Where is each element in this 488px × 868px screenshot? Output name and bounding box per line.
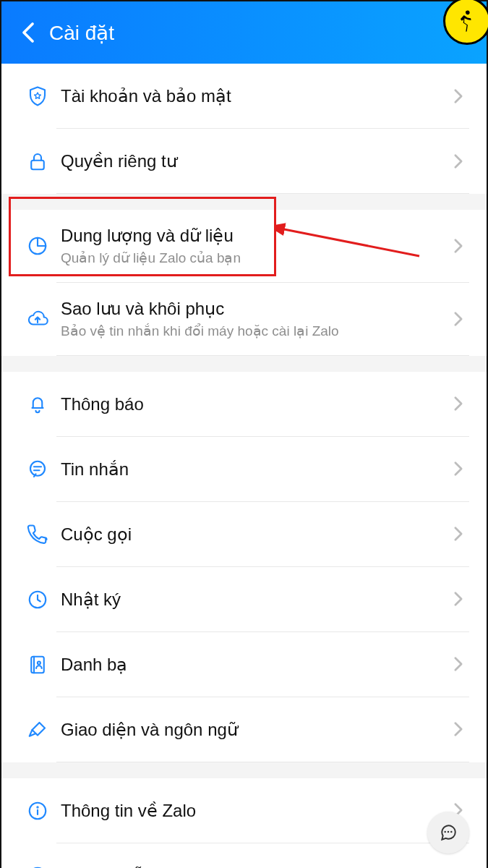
row-body: Tin nhắn [56,437,448,502]
settings-row-messages[interactable]: Tin nhắn [1,437,487,502]
row-label: Tài khoản và bảo mật [61,85,448,107]
row-body: Thông báo [56,372,448,437]
question-icon [19,865,56,868]
chevron-right-icon [448,697,469,762]
settings-row-support[interactable]: Liên hệ hỗ trợ [1,843,487,868]
svg-rect-3 [31,161,44,170]
shield-star-icon [19,85,56,107]
row-body: Sao lưu và khôi phụcBảo vệ tin nhắn khi … [56,283,448,356]
chevron-right-icon [448,210,469,283]
clock-icon [19,589,56,610]
chevron-right-icon [448,502,469,567]
running-man-badge [443,0,488,45]
chevron-right-icon [448,632,469,697]
svg-point-14 [37,807,38,807]
settings-row-calls[interactable]: Cuộc gọi [1,502,487,567]
page-title: Cài đặt [39,21,445,45]
row-subtitle: Bảo vệ tin nhắn khi đổi máy hoặc cài lại… [61,323,448,341]
settings-row-notifications[interactable]: Thông báo [1,372,487,437]
phone-icon [19,524,56,545]
row-body: Nhật ký [56,567,448,632]
info-icon [19,800,56,822]
row-body: Cuộc gọi [56,502,448,567]
row-body: Tài khoản và bảo mật [56,64,448,129]
settings-row-timeline[interactable]: Nhật ký [1,567,487,632]
chevron-right-icon [448,64,469,129]
brush-icon [19,719,56,741]
row-label: Danh bạ [61,653,448,676]
chevron-right-icon [448,372,469,437]
row-subtitle: Quản lý dữ liệu Zalo của bạn [61,250,448,268]
message-icon [19,459,56,480]
row-label: Thông báo [61,393,448,415]
settings-row-contacts[interactable]: Danh bạ [1,632,487,697]
row-label: Liên hệ hỗ trợ [61,864,448,868]
section-divider [1,356,487,372]
back-button[interactable] [17,22,39,43]
app-header: Cài đặt [1,1,487,64]
row-body: Thông tin về Zalo [56,778,448,843]
settings-row-backup-restore[interactable]: Sao lưu và khôi phụcBảo vệ tin nhắn khi … [1,283,487,356]
section-divider [1,194,487,210]
chat-fab[interactable] [427,812,469,854]
chevron-right-icon [448,283,469,356]
row-label: Quyền riêng tư [61,150,448,172]
bell-icon [19,393,56,415]
pie-icon [19,235,56,257]
row-label: Sao lưu và khôi phục [61,297,448,320]
settings-row-privacy[interactable]: Quyền riêng tư [1,129,487,194]
settings-row-storage-data[interactable]: Dung lượng và dữ liệuQuản lý dữ liệu Zal… [1,210,487,283]
row-label: Cuộc gọi [61,523,448,545]
svg-point-0 [466,10,471,15]
row-body: Danh bạ [56,632,448,697]
settings-screen: Cài đặt Tài khoản và bảo mậtQuyền riêng … [0,0,488,868]
section-divider [1,762,487,778]
settings-row-ui-language[interactable]: Giao diện và ngôn ngữ [1,697,487,762]
lock-icon [19,150,56,172]
row-label: Nhật ký [61,588,448,610]
chevron-right-icon [448,567,469,632]
row-body: Dung lượng và dữ liệuQuản lý dữ liệu Zal… [56,210,448,283]
row-label: Tin nhắn [61,458,448,480]
row-body: Giao diện và ngôn ngữ [56,697,448,762]
svg-rect-9 [31,657,44,673]
row-label: Thông tin về Zalo [61,799,448,822]
row-body: Liên hệ hỗ trợ [56,843,448,868]
row-label: Dung lượng và dữ liệu [61,224,448,247]
row-body: Quyền riêng tư [56,129,448,194]
settings-row-about[interactable]: Thông tin về Zalo [1,778,487,843]
book-icon [19,654,56,676]
svg-point-5 [30,461,45,476]
chevron-right-icon [448,437,469,502]
settings-list: Tài khoản và bảo mậtQuyền riêng tưDung l… [1,64,487,868]
row-label: Giao diện và ngôn ngữ [61,718,448,741]
cloud-up-icon [19,308,56,330]
chevron-right-icon [448,129,469,194]
settings-row-account-security[interactable]: Tài khoản và bảo mật [1,64,487,129]
svg-point-11 [38,661,40,664]
